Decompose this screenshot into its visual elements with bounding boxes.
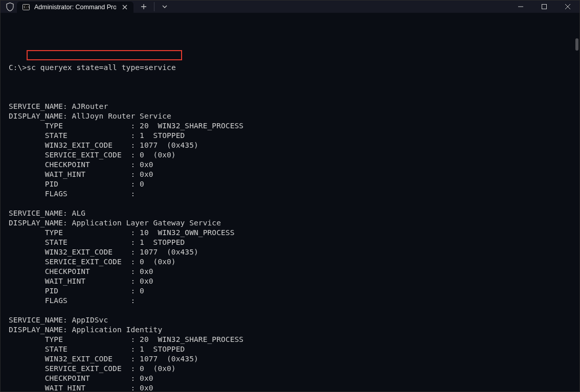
cmd-icon: C:\ — [22, 3, 30, 11]
chevron-down-icon — [162, 4, 167, 9]
command-highlight — [27, 50, 182, 60]
services-output: SERVICE_NAME: AJRouter DISPLAY_NAME: All… — [9, 92, 571, 392]
terminal-window: C:\ Administrator: Command Prom — [0, 0, 580, 392]
close-icon — [565, 4, 570, 9]
scrollbar[interactable] — [575, 38, 578, 51]
prompt-line: C:\>sc queryex state=all type=service — [9, 63, 571, 73]
tab-close-button[interactable] — [120, 3, 129, 12]
prompt: C:\> — [9, 63, 27, 72]
minimize-button[interactable] — [509, 1, 532, 13]
tab-actions — [133, 1, 171, 13]
window-controls — [509, 1, 579, 13]
active-tab[interactable]: C:\ Administrator: Command Prom — [17, 2, 133, 13]
plus-icon — [141, 4, 147, 10]
titlebar: C:\ Administrator: Command Prom — [1, 1, 579, 13]
command-text: sc queryex state=all type=service — [27, 63, 175, 72]
minimize-icon — [518, 4, 523, 9]
svg-rect-2 — [542, 5, 547, 9]
terminal-body[interactable]: C:\>sc queryex state=all type=service SE… — [1, 13, 579, 392]
maximize-button[interactable] — [532, 1, 556, 13]
svg-text:C:\: C:\ — [24, 5, 30, 9]
titlebar-spacer[interactable] — [171, 1, 509, 13]
new-tab-button[interactable] — [138, 1, 150, 13]
tab-title: Administrator: Command Prom — [34, 4, 116, 11]
shield-icon — [6, 3, 14, 11]
divider — [154, 2, 154, 11]
titlebar-left — [1, 1, 17, 13]
maximize-icon — [542, 4, 547, 9]
tab-dropdown-button[interactable] — [159, 1, 171, 13]
close-icon — [122, 5, 127, 10]
close-window-button[interactable] — [556, 1, 579, 13]
